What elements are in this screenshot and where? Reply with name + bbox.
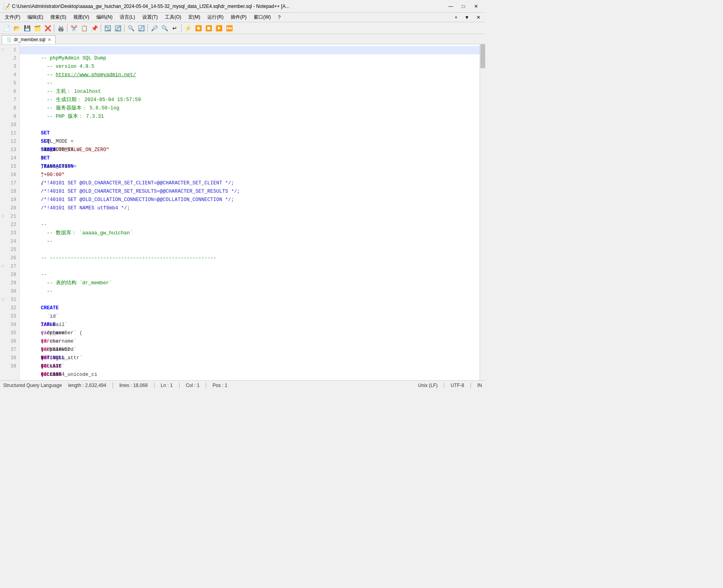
tb-sync[interactable]: ⚡ — [183, 23, 193, 33]
line-num-12: 12 — [0, 138, 19, 146]
menu-encoding[interactable]: 编码(N) — [93, 13, 116, 21]
menu-settings[interactable]: 设置(T) — [139, 13, 161, 21]
status-sep-6 — [471, 383, 471, 388]
code-line-24[interactable] — [20, 237, 480, 246]
code-line-5[interactable]: -- 主机： localhost — [20, 79, 480, 88]
code-line-35[interactable]: `username` varchar ( 50 ) COLLATE utf8mb… — [20, 329, 480, 337]
tb-find[interactable]: 🔍 — [126, 23, 136, 33]
line-num-1: □1 — [0, 46, 19, 54]
code-line-12[interactable]: START TRANSACTION ; — [20, 138, 480, 146]
close-button[interactable]: ✕ — [470, 2, 482, 10]
line-num-32: 32 — [0, 304, 19, 312]
special-19: /*!40101 SET NAMES utf8mb4 */; — [41, 205, 130, 211]
tb-wrap[interactable]: ↵ — [170, 23, 180, 33]
code-line-28[interactable]: -- 表的结构 `dr_member` — [20, 271, 480, 279]
line-num-37: 37 — [0, 346, 19, 354]
menu-window[interactable]: 窗口(W) — [251, 13, 274, 21]
line-num-16: 16 — [0, 171, 19, 179]
menu-run[interactable]: 运行(R) — [204, 13, 227, 21]
line-num-21: □21 — [0, 213, 19, 221]
code-editor[interactable]: -- phpMyAdmin SQL Dump -- version 4.9.5 … — [20, 44, 480, 380]
code-line-36[interactable]: `password` varchar ( 50 ) COLLATE utf8mb… — [20, 337, 480, 346]
scrollbar-vertical[interactable] — [480, 44, 485, 380]
tb-macro2[interactable]: ⏹️ — [204, 23, 213, 33]
tb-redo[interactable]: ↪️ — [113, 23, 122, 33]
code-line-1[interactable]: -- phpMyAdmin SQL Dump — [20, 46, 480, 54]
line-num-17: 17 — [0, 179, 19, 188]
scrollbar-thumb[interactable] — [480, 44, 485, 68]
special-17: /*!40101 SET @OLD_CHARACTER_SET_RESULTS=… — [41, 189, 240, 194]
code-line-34[interactable]: `phone` varchar ( 20 ) COLLATE utf8mb4_u… — [20, 321, 480, 329]
code-line-39[interactable]: `name` varchar ( 50 ) COLLATE utf8mb4_un… — [20, 362, 480, 371]
line-num-11: 11 — [0, 129, 19, 138]
line-num-19: 19 — [0, 196, 19, 204]
normal-37a: `login_attr` — [41, 355, 86, 361]
menu-view[interactable]: 视图(V) — [70, 13, 92, 21]
status-encoding: UTF-8 — [451, 383, 464, 388]
code-line-22[interactable]: -- 数据库： `aaaaa_gw_huichan` — [20, 221, 480, 229]
code-line-37[interactable]: `login_attr` varchar ( 100 ) COLLATE utf… — [20, 346, 480, 354]
window-title: C:\Users\Administrator\Desktop\aaaaa_gw_… — [12, 4, 445, 9]
menu-plugins[interactable]: 插件(P) — [228, 13, 250, 21]
tb-print[interactable]: 🖨️ — [56, 23, 65, 33]
code-line-16[interactable]: /*!40101 SET @OLD_CHARACTER_SET_CLIENT=@… — [20, 171, 480, 179]
code-line-14[interactable] — [20, 154, 480, 163]
maximize-button[interactable]: □ — [457, 2, 469, 10]
comment-8: -- PHP 版本： 7.3.31 — [41, 114, 104, 119]
menu-close[interactable]: ✕ — [473, 14, 484, 21]
code-line-15[interactable] — [20, 163, 480, 171]
code-line-33[interactable]: `email` varchar ( 50 ) COLLATE utf8mb4_u… — [20, 312, 480, 321]
menu-dropdown[interactable]: ▼ — [461, 14, 472, 21]
tb-open[interactable]: 📂 — [12, 23, 21, 33]
line-num-20: 20 — [0, 204, 19, 213]
code-line-31[interactable]: CREATE TABLE `dr_member` ( — [20, 296, 480, 304]
tb-new[interactable]: 📄 — [2, 23, 11, 33]
tb-paste[interactable]: 📌 — [90, 23, 99, 33]
code-line-25[interactable]: -- -------------------------------------… — [20, 246, 480, 254]
tb-zoom-out[interactable]: 🔍 — [160, 23, 169, 33]
status-ln: Ln : 1 — [161, 383, 173, 388]
line-num-3: 3 — [0, 63, 19, 71]
tb-cut[interactable]: ✂️ — [69, 23, 78, 33]
code-line-38[interactable]: `salt` varchar ( 30 ) COLLATE utf8mb4_un… — [20, 354, 480, 362]
tb-replace[interactable]: 🔄 — [136, 23, 146, 33]
menu-file[interactable]: 文件(F) — [2, 13, 23, 21]
tb-zoom-in[interactable]: 🔎 — [149, 23, 159, 33]
comment-5: -- 主机： localhost — [41, 89, 101, 94]
tab-close-icon[interactable]: ✕ — [48, 37, 51, 42]
tab-dr-member[interactable]: 🗒️ dr_member.sql ✕ — [2, 35, 55, 44]
status-sep-5 — [444, 383, 444, 388]
menu-search[interactable]: 搜索(S) — [47, 13, 69, 21]
menu-language[interactable]: 语言(L) — [117, 13, 138, 21]
tb-macro[interactable]: ⏺️ — [193, 23, 203, 33]
code-line-21[interactable]: -- — [20, 213, 480, 221]
code-line-10[interactable]: SET SQL_MODE = "NO_AUTO_VALUE_ON_ZERO" ; — [20, 121, 480, 129]
tb-save[interactable]: 💾 — [22, 23, 32, 33]
line-num-8: 8 — [0, 104, 19, 113]
line-num-27: □27 — [0, 262, 19, 271]
menu-help[interactable]: ? — [275, 14, 284, 21]
tb-saveall[interactable]: 🗂️ — [33, 23, 42, 33]
code-line-30[interactable] — [20, 287, 480, 296]
code-line-32[interactable]: `id` int ( 10 ) UNSIGNED NOT NULL , — [20, 304, 480, 312]
line-num-31: □31 — [0, 296, 19, 304]
menu-edit[interactable]: 编辑(E) — [24, 13, 46, 21]
tb-macro3[interactable]: ▶️ — [214, 23, 224, 33]
tb-close[interactable]: ❌ — [43, 23, 52, 33]
minimize-button[interactable]: — — [445, 2, 457, 10]
kw-set-1: SET — [41, 130, 50, 136]
tb-undo[interactable]: ↩️ — [103, 23, 112, 33]
tb-macro4[interactable]: ⏭️ — [224, 23, 234, 33]
menu-macro[interactable]: 宏(M) — [185, 13, 203, 21]
menu-tools[interactable]: 工具(O) — [162, 13, 184, 21]
toolbar-sep-4 — [124, 24, 124, 32]
comment-3a: -- — [41, 72, 56, 78]
line-numbers: □1 2 3 4 5 6 7 8 9 10 11 12 13 14 15 16 … — [0, 44, 20, 380]
kw-create: CREATE — [41, 305, 59, 311]
code-line-27[interactable]: -- — [20, 262, 480, 271]
code-line-11[interactable]: SET AUTOCOMMIT = 0 ; — [20, 129, 480, 138]
tb-copy[interactable]: 📋 — [79, 23, 89, 33]
menu-extra[interactable]: + — [451, 14, 461, 21]
comment-3b: https://www.phpmyadmin.net/ — [56, 72, 136, 78]
menu-bar: 文件(F) 编辑(E) 搜索(S) 视图(V) 编码(N) 语言(L) 设置(T… — [0, 13, 485, 22]
